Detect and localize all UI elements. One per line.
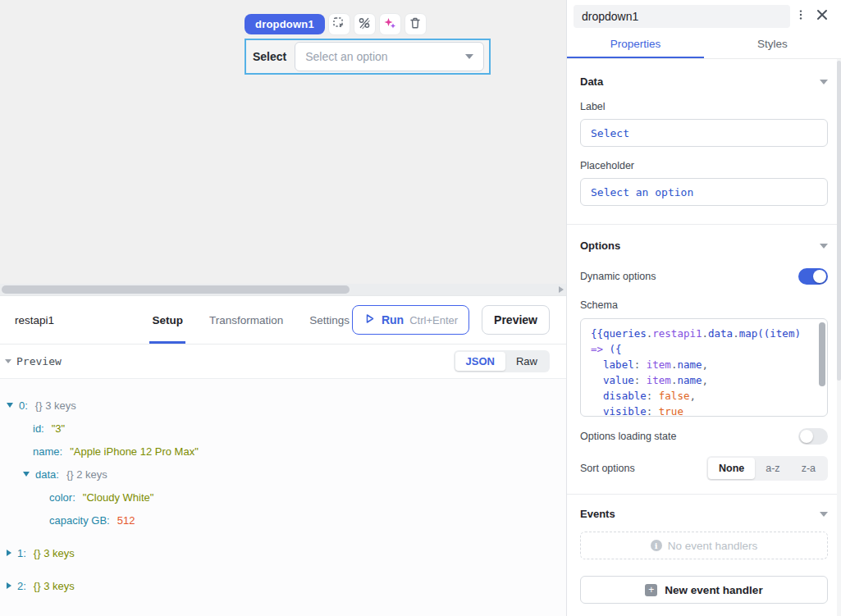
run-shortcut: Ctrl+Enter — [409, 314, 458, 326]
ai-assist-button[interactable] — [379, 13, 401, 35]
disclosure-collapsed-icon[interactable] — [7, 582, 11, 589]
json-key: 1: — [17, 547, 26, 559]
scrollbar-right-arrow-icon[interactable] — [559, 286, 564, 293]
run-button[interactable]: Run Ctrl+Enter — [352, 305, 469, 335]
schema-code-line: label: item.name, — [591, 357, 817, 372]
component-toolbar: dropdown1 — [245, 13, 427, 35]
component-title-input[interactable]: dropdown1 — [574, 5, 790, 28]
schema-scrollbar-thumb[interactable] — [819, 322, 825, 386]
json-tree-row[interactable]: capacity GB:512 — [0, 509, 566, 532]
options-section-header: Options — [580, 240, 828, 252]
options-loading-toggle[interactable] — [798, 428, 828, 445]
json-value: "Cloudy White" — [83, 491, 154, 504]
schema-label: Schema — [580, 299, 828, 311]
close-icon — [815, 7, 830, 25]
inspector-tab-styles[interactable]: Styles — [704, 31, 841, 58]
json-tree-row[interactable]: color:"Cloudy White" — [0, 486, 566, 509]
data-section-title: Data — [580, 75, 603, 88]
query-name[interactable]: restapi1 — [15, 314, 149, 326]
json-key: 0: — [19, 399, 28, 412]
styles-icon — [358, 16, 371, 33]
query-tab-settings[interactable]: Settings — [307, 296, 352, 344]
json-tree-row[interactable]: name:"Apple iPhone 12 Pro Max" — [0, 440, 566, 463]
chevron-down-icon — [465, 54, 473, 59]
events-section-header: Events — [580, 508, 828, 520]
editor-canvas[interactable]: dropdown1 — [0, 0, 566, 295]
label-field-input[interactable]: Select — [580, 119, 828, 147]
preview-format-toggle: JSONRaw — [454, 350, 550, 372]
schema-code-line: visible: true — [591, 404, 817, 417]
json-key: capacity GB: — [49, 514, 110, 527]
placeholder-field-input[interactable]: Select an option — [580, 178, 828, 206]
options-loading-row: Options loading state — [580, 428, 828, 445]
preview-format-raw[interactable]: Raw — [505, 352, 548, 371]
canvas-horizontal-scrollbar[interactable] — [0, 284, 566, 295]
inspector-scrollbar[interactable] — [837, 59, 841, 616]
left-column: dropdown1 — [0, 0, 566, 616]
reselect-button[interactable] — [328, 13, 350, 35]
delete-button[interactable] — [405, 13, 427, 35]
no-event-handlers-text: No event handlers — [668, 540, 758, 552]
options-section-title: Options — [580, 240, 620, 252]
json-tree-row[interactable]: 1:{} 3 keys — [0, 541, 566, 564]
kebab-menu-button[interactable] — [790, 6, 811, 27]
schema-code-editor[interactable]: {{queries.restapi1.data.map((item)=> ({ … — [580, 318, 828, 417]
inspector-tabs: PropertiesStyles — [567, 31, 841, 59]
disclosure-expanded-icon[interactable] — [23, 472, 30, 477]
json-tree-row[interactable]: 0:{} 3 keys — [0, 394, 566, 417]
json-tree-row[interactable]: id:"3" — [0, 417, 566, 440]
json-key: 2: — [17, 580, 26, 592]
options-loading-label: Options loading state — [580, 431, 676, 442]
sort-options-label: Sort options — [580, 463, 635, 474]
schema-code-line: => ({ — [591, 341, 817, 357]
collapse-chevron-icon[interactable] — [820, 512, 828, 517]
no-event-handlers-box: i No event handlers — [580, 532, 828, 559]
query-tab-setup[interactable]: Setup — [149, 296, 185, 344]
json-value: "3" — [52, 422, 65, 435]
schema-code-line: value: item.name, — [591, 372, 817, 388]
new-event-handler-label: New event handler — [665, 584, 762, 596]
json-object-summary: {} 3 keys — [34, 580, 75, 592]
new-event-handler-button[interactable]: + New event handler — [580, 576, 828, 604]
dropdown-placeholder-text: Select an option — [305, 50, 387, 63]
json-key: data: — [35, 468, 59, 481]
json-object-summary: {} 3 keys — [35, 399, 76, 412]
disclosure-expanded-icon[interactable] — [7, 403, 13, 408]
inspector-tab-properties[interactable]: Properties — [567, 31, 704, 58]
json-value: 512 — [117, 514, 135, 527]
json-tree-row[interactable]: 2:{} 3 keys — [0, 574, 566, 597]
dropdown-select-control[interactable]: Select an option — [295, 42, 484, 71]
disclosure-collapsed-icon[interactable] — [7, 550, 11, 556]
info-icon: i — [651, 540, 662, 551]
close-panel-button[interactable] — [811, 6, 833, 27]
placeholder-field-label: Placeholder — [580, 160, 828, 171]
kebab-menu-icon — [795, 9, 807, 24]
json-key: id: — [33, 422, 44, 435]
ai-sparkles-icon — [383, 16, 396, 33]
preview-title: Preview — [16, 355, 62, 367]
sort-option-none[interactable]: None — [708, 458, 755, 479]
inspector-panel: dropdown1 PropertiesStyles — [566, 0, 841, 616]
query-preview-button[interactable]: Preview — [482, 305, 550, 335]
dynamic-options-toggle[interactable] — [798, 268, 828, 285]
component-name-pill[interactable]: dropdown1 — [245, 14, 325, 34]
data-section-header: Data — [580, 75, 828, 88]
scrollbar-thumb[interactable] — [837, 61, 841, 381]
styles-button[interactable] — [354, 13, 376, 35]
collapse-chevron-icon[interactable] — [820, 244, 828, 249]
section-divider — [567, 224, 841, 225]
preview-format-json[interactable]: JSON — [455, 352, 505, 371]
query-tab-transformation[interactable]: Transformation — [207, 296, 286, 344]
collapse-chevron-icon[interactable] — [820, 80, 828, 84]
label-field-label: Label — [580, 101, 828, 112]
sort-option-a-z[interactable]: a-z — [755, 458, 790, 479]
query-editor-header: restapi1 SetupTransformationSettings Run… — [0, 295, 566, 345]
json-tree-row[interactable]: data:{} 2 keys — [0, 463, 566, 486]
inspector-header: dropdown1 — [567, 0, 841, 31]
preview-disclosure-icon[interactable] — [5, 359, 11, 363]
dropdown-component[interactable]: Select Select an option — [245, 39, 491, 75]
sort-option-z-a[interactable]: z-a — [791, 458, 826, 479]
preview-bar: Preview JSONRaw — [0, 345, 566, 379]
scrollbar-thumb[interactable] — [2, 285, 350, 294]
plus-icon: + — [645, 584, 657, 596]
